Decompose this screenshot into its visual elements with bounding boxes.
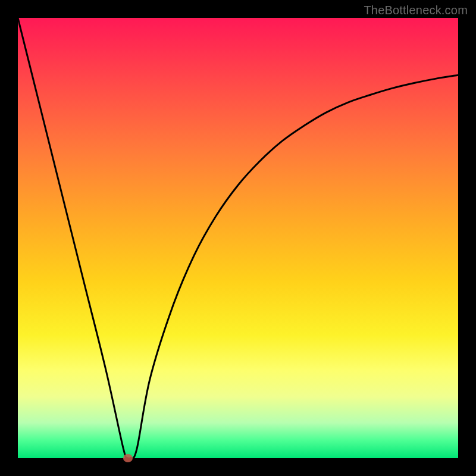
chart-plot-area [18,18,458,458]
chart-marker-dot [123,454,133,462]
chart-curve-path [18,18,458,458]
chart-curve-svg [18,18,458,458]
watermark-text: TheBottleneck.com [364,4,468,17]
